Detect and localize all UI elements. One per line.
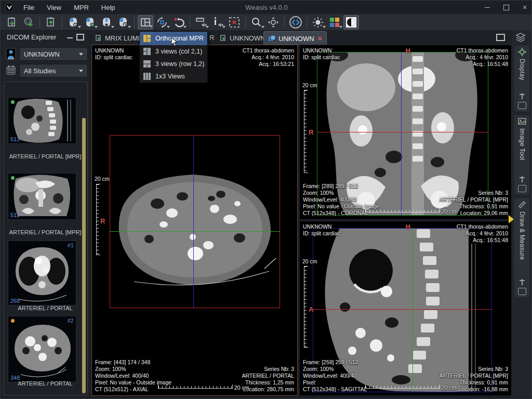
layout-icon[interactable] xyxy=(138,15,153,30)
lut-icon[interactable] xyxy=(327,15,342,30)
mouse-wheel-icon[interactable] xyxy=(115,15,131,30)
horizontal-ruler xyxy=(365,208,440,212)
thumbnail-series-4[interactable]: #2 348 xyxy=(8,316,76,382)
mpr-coronal-line[interactable] xyxy=(110,231,280,232)
mouse-middle-button-icon[interactable] xyxy=(99,15,114,30)
menu-mpr[interactable]: MPR xyxy=(68,4,95,11)
detach-icon[interactable] xyxy=(518,102,526,109)
orientation-left: A xyxy=(309,305,313,313)
tab-unknown-1[interactable]: UNKNOWN xyxy=(216,31,270,45)
reset-icon[interactable] xyxy=(171,15,187,30)
detach-icon[interactable] xyxy=(518,288,526,295)
measurement-tools-icon[interactable] xyxy=(193,15,209,30)
sidebar-tab-image-tool[interactable]: Image Tool xyxy=(513,114,530,195)
annotation-tools-icon[interactable] xyxy=(210,15,225,30)
vertical-ruler-label: 20 cm xyxy=(302,258,317,265)
menu-help[interactable]: Help xyxy=(95,4,122,11)
crosshair-navigation-icon[interactable] xyxy=(288,15,303,30)
vertical-ruler xyxy=(96,184,100,255)
viewport-coronal[interactable]: UNKNOWNID: split cardiac CT1 thorax-abdo… xyxy=(299,45,512,220)
layers-icon[interactable] xyxy=(516,33,526,42)
explorer-minimize-icon[interactable] xyxy=(67,37,73,38)
layout-col21-icon xyxy=(143,47,151,56)
viewport-axial[interactable]: UNKNOWNID: split cardiac CT1 thorax-abdo… xyxy=(91,45,298,396)
layout-mpr-icon xyxy=(143,34,151,43)
overlay-top-right: CT1 thorax-abdomenAcq.: 4 févr. 2010Acq.… xyxy=(243,47,294,68)
vertical-ruler xyxy=(304,90,308,173)
invert-lut-icon[interactable] xyxy=(343,15,359,30)
series-label: ARTERIEL / PORTAL xyxy=(4,305,87,311)
series-badge: #2 xyxy=(68,317,74,324)
series-badge: #1 xyxy=(68,242,74,248)
maximize-button[interactable] xyxy=(501,3,511,12)
pan-icon[interactable] xyxy=(265,15,281,30)
cd-import-icon[interactable] xyxy=(21,15,36,30)
orientation-top: H xyxy=(406,223,410,231)
explorer-detach-icon[interactable] xyxy=(76,34,84,41)
selection-delete-icon[interactable] xyxy=(227,15,242,30)
mouse-left-button-icon[interactable] xyxy=(65,15,81,30)
mpr-sagittal-line[interactable] xyxy=(193,135,194,308)
tab-unknown-2-active[interactable]: UNKNOWN × xyxy=(263,31,327,45)
window-level-icon[interactable] xyxy=(310,15,326,30)
dicom-import-icon[interactable] xyxy=(4,15,20,30)
mpr-bounds-axial xyxy=(110,135,280,308)
mpr-axial-line[interactable] xyxy=(317,132,488,132)
patient-select[interactable]: UNKNOWN xyxy=(19,47,88,61)
sidebar-tab-draw-measure[interactable]: Draw & Measure xyxy=(513,197,530,298)
series-tab-icon xyxy=(95,34,102,42)
menu-item-3views-row[interactable]: 3 views (row 1,2) xyxy=(140,58,207,70)
minimize-button[interactable] xyxy=(483,3,492,12)
pin-icon[interactable] xyxy=(520,93,525,99)
orientation-top: H xyxy=(406,47,410,55)
thumbnail-series-1[interactable]: 512 xyxy=(8,97,76,144)
menu-view[interactable]: View xyxy=(41,4,68,11)
vertical-ruler-label: 20 cm xyxy=(302,82,317,89)
weasis-logo-icon xyxy=(5,3,14,12)
mpr-axial-line[interactable] xyxy=(313,309,492,310)
right-sidebar: Display Image Tool Draw & Measure xyxy=(512,30,532,397)
viewport-sagittal[interactable]: UNKNOWNID: split cardiac CT1 thorax-abdo… xyxy=(299,221,512,396)
mouse-right-button-icon[interactable] xyxy=(82,15,98,30)
zoom-icon[interactable] xyxy=(249,15,264,30)
mpr-tab-icon xyxy=(268,35,276,42)
display-settings-icon xyxy=(518,48,526,56)
menu-file[interactable]: File xyxy=(17,4,41,11)
synch-icon[interactable] xyxy=(154,15,170,30)
weasis-window: Weasis v4.0.0 File View MPR Help × xyxy=(0,0,532,399)
overlay-bottom-left: Frame: [259] 259 / 512Zoom: 100%Window/L… xyxy=(303,359,367,393)
overlay-bottom-right: Series Nb: 3ARTERIEL / PORTALThickness: … xyxy=(242,366,294,393)
series-count: 268 xyxy=(10,298,20,304)
calendar-icon xyxy=(6,65,16,75)
overlay-top-right: CT1 thorax-abdomenAcq.: 4 févr. 2010Acq.… xyxy=(457,47,508,68)
sidebar-tab-display[interactable]: Display xyxy=(513,45,530,112)
series-open-dot xyxy=(11,319,15,323)
pin-icon[interactable] xyxy=(520,279,525,285)
study-select[interactable]: All Studies xyxy=(19,64,88,77)
orientation-left: R xyxy=(309,128,313,136)
mpr-coronal-line[interactable] xyxy=(413,228,413,392)
detach-icon[interactable] xyxy=(518,185,526,192)
vertical-ruler xyxy=(304,266,308,348)
collapse-arrow-icon[interactable] xyxy=(509,215,514,223)
close-button[interactable]: × xyxy=(520,3,529,12)
draw-measure-icon xyxy=(518,201,526,209)
dicom-export-icon[interactable] xyxy=(43,15,59,30)
pin-icon[interactable] xyxy=(520,176,525,182)
tab-mrix-lumb[interactable]: MRIX LUMB xyxy=(91,31,147,45)
layout-1x3-icon xyxy=(143,72,151,81)
thumbnail-series-2[interactable]: 512 xyxy=(8,173,76,220)
menu-item-1x3-views[interactable]: 1x3 Views xyxy=(140,70,207,83)
overlay-top-right: CT1 thorax-abdomenAcq.: 4 févr. 2010Acq.… xyxy=(457,223,508,244)
series-label: ARTERIEL / PORTAL [MPR] xyxy=(4,153,87,159)
series-open-dot xyxy=(11,176,15,180)
tab-close-icon[interactable]: × xyxy=(318,34,322,43)
horizontal-ruler xyxy=(365,384,440,389)
explorer-title: DICOM Explorer xyxy=(7,33,56,41)
main-toolbar xyxy=(1,14,532,31)
mpr-sagittal-line[interactable] xyxy=(401,52,402,216)
dicom-explorer-panel: DICOM Explorer UNKNOWN All Studies xyxy=(2,31,89,397)
maximize-view-icon[interactable] xyxy=(496,34,505,41)
tab-partial-label: R xyxy=(209,34,214,42)
thumbnail-series-3[interactable]: #1 268 xyxy=(8,241,76,305)
